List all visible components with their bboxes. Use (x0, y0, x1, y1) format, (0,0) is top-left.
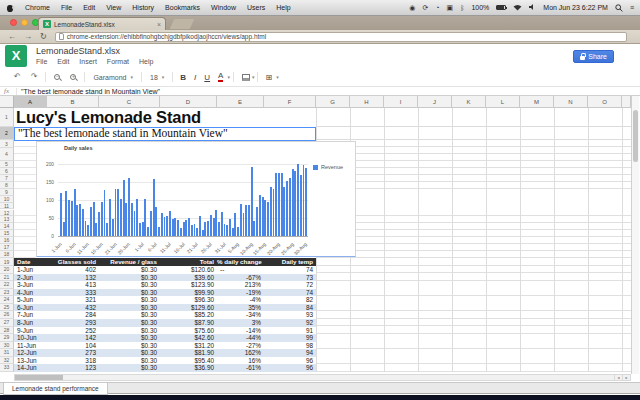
row-header-18[interactable]: 18 (0, 251, 14, 258)
daily-sales-chart[interactable]: Daily sales Revenue 0501001502001-Jun6-J… (36, 141, 356, 257)
table-cell[interactable]: 413 (47, 281, 99, 289)
table-cell[interactable]: 284 (47, 311, 99, 319)
column-header-F[interactable]: F (264, 96, 316, 108)
grid-left-strip[interactable] (14, 140, 36, 258)
column-header-E[interactable]: E (217, 96, 264, 108)
vertical-scrollbar[interactable] (631, 96, 639, 374)
row-header-5[interactable]: 5 (0, 161, 14, 168)
table-cell[interactable]: 273 (47, 349, 99, 357)
table-cell[interactable]: 13-Jun (14, 357, 47, 365)
table-cell[interactable]: $0.30 (99, 266, 160, 274)
selected-cell-a2[interactable]: "The best lemonade stand in Mountain Vie… (14, 127, 316, 141)
table-cell[interactable]: 12-Jun (14, 349, 47, 357)
empty-grid-mid[interactable] (316, 140, 631, 258)
table-cell[interactable]: -19% (217, 289, 264, 297)
table-row[interactable]: 7-Jun284$0.30$85.20-34%93 (14, 311, 316, 319)
table-cell[interactable]: 14-Jun (14, 364, 47, 372)
table-cell[interactable]: $0.30 (99, 364, 160, 372)
row-header-8[interactable]: 8 (0, 182, 14, 189)
column-header-O[interactable]: O (588, 96, 622, 108)
reload-button[interactable]: ↻ (40, 32, 47, 42)
menubar-item[interactable]: Chrome (25, 4, 50, 11)
column-header-partial[interactable] (622, 96, 631, 108)
table-cell[interactable]: 84 (264, 304, 316, 312)
horizontal-scrollbar[interactable]: ◂ ▸ (14, 374, 631, 381)
table-cell[interactable]: $0.30 (99, 349, 160, 357)
table-cell[interactable]: $0.30 (99, 327, 160, 335)
menubar-item[interactable]: Users (247, 4, 265, 11)
select-all-corner[interactable] (0, 96, 14, 108)
sheet-tab[interactable]: Lemonade stand performance (3, 383, 108, 395)
table-cell[interactable]: 4-Jun (14, 289, 47, 297)
row-header-22[interactable]: 22 (0, 281, 14, 289)
row-header-20[interactable]: 20 (0, 266, 14, 274)
table-cell[interactable]: $31.20 (160, 342, 217, 350)
menu-clock[interactable]: Mon Jun 23 6:22 PM (543, 4, 608, 11)
bluetooth-icon[interactable]: ᛒ (460, 4, 464, 12)
row-header-3[interactable]: 3 (0, 140, 14, 148)
horizontal-scroll-thumb[interactable] (15, 375, 63, 380)
menubar-item[interactable]: History (132, 4, 154, 11)
row-header-23[interactable]: 23 (0, 289, 14, 297)
column-header-I[interactable]: I (384, 96, 418, 108)
table-cell[interactable]: 402 (47, 266, 99, 274)
table-cell[interactable]: 8-Jun (14, 319, 47, 327)
row-header-21[interactable]: 21 (0, 274, 14, 282)
font-size-dropdown[interactable]: 18 ▾ (150, 74, 164, 81)
app-menu-item[interactable]: Format (107, 58, 129, 65)
tab-close-icon[interactable]: × (157, 21, 161, 28)
table-cell[interactable]: 16% (217, 357, 264, 365)
app-menu-item[interactable]: Insert (79, 58, 97, 65)
table-cell[interactable]: -34% (217, 311, 264, 319)
status-dot-icon[interactable]: ◉ (409, 4, 415, 12)
sync-icon[interactable]: ⟳ (422, 4, 428, 12)
row-header-1[interactable]: 1 (0, 108, 14, 127)
share-button[interactable]: Share (573, 50, 614, 63)
table-cell[interactable]: 3-Jun (14, 281, 47, 289)
table-cell[interactable]: $0.30 (99, 342, 160, 350)
row-header-30[interactable]: 30 (0, 342, 14, 350)
row-header-24[interactable]: 24 (0, 296, 14, 304)
italic-button[interactable]: I (194, 73, 196, 82)
table-cell[interactable]: 96 (264, 357, 316, 365)
column-header-M[interactable]: M (520, 96, 554, 108)
column-header-J[interactable]: J (418, 96, 452, 108)
redo-button[interactable]: ↷ (31, 72, 38, 82)
table-cell[interactable]: $0.30 (99, 304, 160, 312)
table-row[interactable]: 1-Jun402$0.30$120.60--74 (14, 266, 316, 274)
document-title[interactable]: LemonadeStand.xlsx (36, 46, 120, 56)
app-menu-item[interactable]: Help (139, 58, 153, 65)
table-cell[interactable]: 74 (264, 266, 316, 274)
browser-tab[interactable]: X LemonadeStand.xlsx × (38, 17, 166, 30)
row-header-17[interactable]: 17 (0, 244, 14, 251)
table-cell[interactable]: 333 (47, 289, 99, 297)
scroll-left-arrow[interactable]: ◂ (614, 375, 622, 380)
table-row[interactable]: 6-Jun432$0.30$129.6035%84 (14, 304, 316, 312)
row-header-10[interactable]: 10 (0, 196, 14, 203)
row-header-16[interactable]: 16 (0, 237, 14, 244)
scroll-right-arrow[interactable]: ▸ (622, 375, 630, 380)
row-header-33[interactable]: 33 (0, 364, 14, 372)
table-cell[interactable]: 1-Jun (14, 266, 47, 274)
row-header-14[interactable]: 14 (0, 223, 14, 230)
table-row[interactable]: 12-Jun273$0.30$81.90162%94 (14, 349, 316, 357)
table-row[interactable]: 5-Jun321$0.30$96.30-4%82 (14, 296, 316, 304)
spotlight-icon[interactable] (615, 4, 623, 12)
vertical-scroll-thumb[interactable] (633, 110, 638, 162)
table-cell[interactable]: 10-Jun (14, 334, 47, 342)
row-header-13[interactable]: 13 (0, 216, 14, 223)
table-row[interactable]: 2-Jun132$0.30$39.60-67%73 (14, 274, 316, 282)
table-cell[interactable]: 35% (217, 304, 264, 312)
table-cell[interactable]: 93 (264, 311, 316, 319)
column-header-K[interactable]: K (452, 96, 486, 108)
wifi-icon[interactable] (513, 4, 522, 11)
sheet-title-cell[interactable]: Lucy's Lemonade Stand (16, 108, 416, 127)
zoom-out-button[interactable] (54, 74, 60, 80)
table-cell[interactable]: 74 (264, 289, 316, 297)
menubar-item[interactable]: Window (211, 4, 236, 11)
column-header-G[interactable]: G (316, 96, 350, 108)
table-cell[interactable]: 293 (47, 319, 99, 327)
table-cell[interactable]: $129.60 (160, 304, 217, 312)
table-cell[interactable]: 72 (264, 281, 316, 289)
table-cell[interactable]: -67% (217, 274, 264, 282)
